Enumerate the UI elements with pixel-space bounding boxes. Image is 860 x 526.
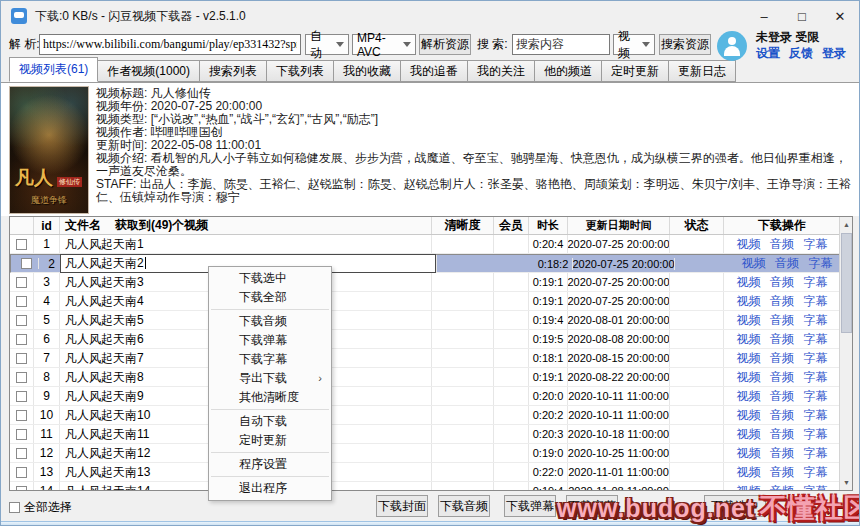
download-audio-link[interactable]: 音频: [770, 350, 794, 367]
download-audio-button[interactable]: 下载音频: [438, 495, 490, 517]
download-subtitle-link[interactable]: 字幕: [803, 426, 827, 443]
download-video-link[interactable]: 视频: [737, 293, 761, 310]
download-subtitle-link[interactable]: 字幕: [803, 236, 827, 253]
table-row[interactable]: 6凡人风起天南60:19:52020-08-08 20:00:00视频音频字幕: [10, 330, 852, 349]
menu-item[interactable]: 下载音频: [209, 312, 331, 331]
tab-9[interactable]: 更新日志: [669, 60, 736, 82]
download-video-link[interactable]: 视频: [737, 274, 761, 291]
table-row[interactable]: 11凡人风起天南110:20:32020-10-18 11:00:00视频音频字…: [10, 425, 852, 444]
tab-3[interactable]: 下载列表: [267, 60, 334, 82]
tab-1[interactable]: 作者视频(1000): [98, 60, 200, 82]
row-checkbox[interactable]: [16, 467, 27, 478]
download-audio-link[interactable]: 音频: [770, 293, 794, 310]
search-type-select[interactable]: 视频: [613, 34, 655, 55]
tab-7[interactable]: 他的频道: [535, 60, 602, 82]
download-video-link[interactable]: 视频: [737, 236, 761, 253]
download-subtitle-link[interactable]: 字幕: [803, 388, 827, 405]
table-row[interactable]: 12凡人风起天南120:19:02020-10-25 11:00:00视频音频字…: [10, 444, 852, 463]
download-video-link[interactable]: 视频: [737, 445, 761, 462]
download-video-link[interactable]: 视频: [737, 464, 761, 481]
row-checkbox[interactable]: [16, 239, 27, 250]
download-audio-link[interactable]: 音频: [770, 483, 794, 492]
row-checkbox[interactable]: [16, 391, 27, 402]
search-input[interactable]: [512, 34, 610, 55]
menu-item[interactable]: 下载弹幕: [209, 331, 331, 350]
download-video-link[interactable]: 视频: [737, 350, 761, 367]
table-row[interactable]: 8凡人风起天南80:19:12020-08-22 20:00:00视频音频字幕: [10, 368, 852, 387]
menu-item[interactable]: 下载全部: [209, 288, 331, 307]
download-video-link[interactable]: 视频: [737, 426, 761, 443]
close-button[interactable]: ✕: [821, 1, 859, 31]
scroll-down-arrow-icon[interactable]: ▼: [840, 475, 853, 490]
scroll-up-arrow-icon[interactable]: ▲: [840, 217, 853, 232]
download-subtitle-link[interactable]: 字幕: [803, 483, 827, 492]
download-audio-link[interactable]: 音频: [770, 464, 794, 481]
download-subtitle-link[interactable]: 字幕: [803, 331, 827, 348]
row-checkbox[interactable]: [21, 258, 32, 269]
download-subtitle-link[interactable]: 字幕: [803, 369, 827, 386]
tab-5[interactable]: 我的追番: [401, 60, 468, 82]
menu-item[interactable]: 下载字幕: [209, 350, 331, 369]
download-video-link[interactable]: 视频: [737, 369, 761, 386]
table-row[interactable]: 10凡人风起天南100:20:22020-10-11 11:00:00视频音频字…: [10, 406, 852, 425]
download-video-link[interactable]: 视频: [737, 312, 761, 329]
download-audio-link[interactable]: 音频: [770, 331, 794, 348]
scrollbar-thumb[interactable]: [841, 233, 852, 333]
download-video-link[interactable]: 视频: [737, 331, 761, 348]
parse-button[interactable]: 解析资源: [419, 34, 471, 55]
table-row[interactable]: 4凡人风起天南40:19:12020-07-25 20:00:00视频音频字幕: [10, 292, 852, 311]
format-select[interactable]: MP4-AVC: [352, 34, 416, 55]
download-subtitle-link[interactable]: 字幕: [803, 464, 827, 481]
download-subtitle-button[interactable]: 下载字幕: [566, 495, 618, 517]
menu-item[interactable]: 导出下载›: [209, 369, 331, 388]
download-audio-link[interactable]: 音频: [770, 369, 794, 386]
row-checkbox[interactable]: [16, 277, 27, 288]
row-checkbox[interactable]: [16, 353, 27, 364]
download-video-link[interactable]: 视频: [737, 407, 761, 424]
download-audio-link[interactable]: 音频: [775, 255, 799, 272]
download-video-link[interactable]: 视频: [742, 255, 766, 272]
download-selected-button[interactable]: 下载选中: [704, 495, 766, 517]
download-subtitle-link[interactable]: 字幕: [803, 407, 827, 424]
download-subtitle-link[interactable]: 字幕: [803, 350, 827, 367]
menu-item[interactable]: 程序设置: [209, 455, 331, 474]
row-checkbox[interactable]: [16, 315, 27, 326]
download-danmaku-button[interactable]: 下载弹幕: [504, 495, 556, 517]
download-audio-link[interactable]: 音频: [770, 407, 794, 424]
table-row[interactable]: 14凡人风起天南140:19:42020-11-08 11:00:00视频音频字…: [10, 482, 852, 491]
quality-select[interactable]: 自动: [305, 34, 349, 55]
menu-item[interactable]: 自动下载: [209, 412, 331, 431]
row-checkbox[interactable]: [16, 296, 27, 307]
tab-2[interactable]: 搜索列表: [200, 60, 267, 82]
download-audio-link[interactable]: 音频: [770, 236, 794, 253]
download-subtitle-link[interactable]: 字幕: [803, 445, 827, 462]
download-video-link[interactable]: 视频: [737, 483, 761, 492]
tab-8[interactable]: 定时更新: [602, 60, 669, 82]
minimize-button[interactable]: –: [745, 1, 783, 31]
table-row[interactable]: 1凡人风起天南10:20:42020-07-25 20:00:00视频音频字幕: [10, 235, 852, 254]
table-row[interactable]: 13凡人风起天南130:22:02020-11-01 11:00:00视频音频字…: [10, 463, 852, 482]
download-audio-link[interactable]: 音频: [770, 388, 794, 405]
maximize-button[interactable]: □: [783, 1, 821, 31]
row-checkbox[interactable]: [16, 429, 27, 440]
row-checkbox[interactable]: [16, 410, 27, 421]
row-checkbox[interactable]: [16, 372, 27, 383]
menu-item[interactable]: 下载选中: [209, 269, 331, 288]
row-checkbox[interactable]: [16, 334, 27, 345]
tab-6[interactable]: 我的关注: [468, 60, 535, 82]
download-audio-link[interactable]: 音频: [770, 426, 794, 443]
download-video-link[interactable]: 视频: [737, 388, 761, 405]
login-link[interactable]: 登录: [822, 45, 846, 62]
feedback-link[interactable]: 反馈: [789, 45, 813, 62]
download-subtitle-link[interactable]: 字幕: [803, 312, 827, 329]
tab-4[interactable]: 我的收藏: [334, 60, 401, 82]
menu-item[interactable]: 退出程序: [209, 479, 331, 498]
tab-0[interactable]: 视频列表(61): [9, 57, 98, 82]
url-input[interactable]: [39, 34, 301, 55]
download-cover-button[interactable]: 下载封面: [376, 495, 428, 517]
download-audio-link[interactable]: 音频: [770, 445, 794, 462]
table-row[interactable]: 5凡人风起天南50:19:42020-08-01 20:00:00视频音频字幕: [10, 311, 852, 330]
download-audio-link[interactable]: 音频: [770, 312, 794, 329]
download-subtitle-link[interactable]: 字幕: [803, 293, 827, 310]
select-all[interactable]: 全部选择: [9, 499, 72, 516]
